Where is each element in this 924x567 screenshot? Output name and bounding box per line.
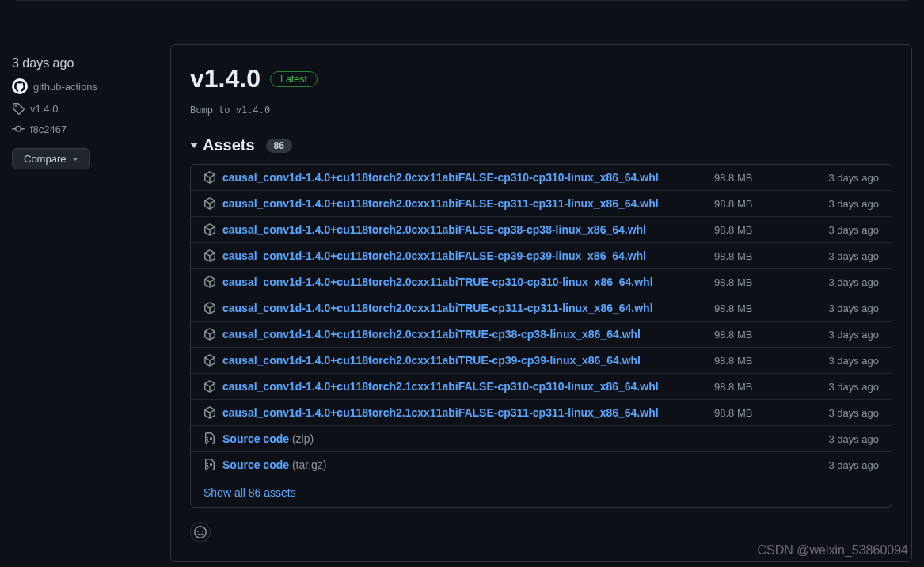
asset-date: 3 days ago <box>808 433 879 445</box>
asset-link[interactable]: causal_conv1d-1.4.0+cu118torch2.0cxx11ab… <box>222 354 708 367</box>
asset-row: causal_conv1d-1.4.0+cu118torch2.0cxx11ab… <box>191 191 892 217</box>
package-icon <box>203 171 216 184</box>
asset-link[interactable]: Source code (zip) <box>222 432 708 445</box>
asset-date: 3 days ago <box>808 329 879 341</box>
asset-row: causal_conv1d-1.4.0+cu118torch2.0cxx11ab… <box>191 348 892 374</box>
asset-size: 98.8 MB <box>714 381 801 393</box>
author-name: github-actions <box>33 81 97 93</box>
asset-row: causal_conv1d-1.4.0+cu118torch2.0cxx11ab… <box>191 243 892 269</box>
tag-icon <box>12 102 25 115</box>
asset-row: Source code (tar.gz)3 days ago <box>191 452 892 478</box>
asset-date: 3 days ago <box>808 303 879 314</box>
package-icon <box>203 406 216 419</box>
asset-row: causal_conv1d-1.4.0+cu118torch2.0cxx11ab… <box>191 295 892 322</box>
asset-date: 3 days ago <box>808 224 879 236</box>
asset-size: 98.8 MB <box>714 198 801 210</box>
tag-row[interactable]: v1.4.0 <box>12 102 162 115</box>
asset-date: 3 days ago <box>808 355 879 367</box>
latest-badge: Latest <box>270 71 318 87</box>
release-date: 3 days ago <box>12 56 162 70</box>
show-all-assets-link[interactable]: Show all 86 assets <box>191 478 892 507</box>
package-icon <box>203 223 216 236</box>
package-icon <box>203 380 216 393</box>
package-icon <box>203 354 216 367</box>
asset-link[interactable]: causal_conv1d-1.4.0+cu118torch2.0cxx11ab… <box>222 276 708 288</box>
compare-button[interactable]: Compare <box>12 148 90 169</box>
asset-link[interactable]: causal_conv1d-1.4.0+cu118torch2.0cxx11ab… <box>222 302 708 314</box>
asset-size: 98.8 MB <box>714 276 801 288</box>
asset-date: 3 days ago <box>808 250 879 262</box>
asset-row: causal_conv1d-1.4.0+cu118torch2.0cxx11ab… <box>191 217 892 243</box>
package-icon <box>203 328 216 341</box>
asset-link[interactable]: causal_conv1d-1.4.0+cu118torch2.0cxx11ab… <box>222 328 708 341</box>
file-zip-icon <box>203 459 216 471</box>
asset-link[interactable]: causal_conv1d-1.4.0+cu118torch2.0cxx11ab… <box>222 223 708 236</box>
release-title: v1.4.0 <box>190 64 260 93</box>
assets-heading: Assets <box>203 136 255 154</box>
asset-size: 98.8 MB <box>714 303 801 314</box>
asset-row: causal_conv1d-1.4.0+cu118torch2.0cxx11ab… <box>191 322 892 348</box>
release-description: Bump to v1.4.0 <box>190 105 892 116</box>
assets-list: causal_conv1d-1.4.0+cu118torch2.0cxx11ab… <box>190 164 892 508</box>
asset-size: 98.8 MB <box>714 407 801 419</box>
asset-link[interactable]: causal_conv1d-1.4.0+cu118torch2.1cxx11ab… <box>222 406 708 419</box>
github-icon <box>12 78 28 94</box>
asset-size: 98.8 MB <box>714 329 801 341</box>
caret-down-icon <box>72 156 78 162</box>
asset-link[interactable]: Source code (tar.gz) <box>222 459 708 471</box>
author-row[interactable]: github-actions <box>12 78 162 94</box>
asset-row: causal_conv1d-1.4.0+cu118torch2.1cxx11ab… <box>191 400 892 426</box>
asset-size: 98.8 MB <box>714 224 801 236</box>
add-reaction-button[interactable] <box>190 522 211 542</box>
asset-link[interactable]: causal_conv1d-1.4.0+cu118torch2.0cxx11ab… <box>222 171 708 184</box>
tag-name: v1.4.0 <box>30 103 58 115</box>
package-icon <box>203 249 216 262</box>
assets-count-badge: 86 <box>266 139 292 153</box>
asset-date: 3 days ago <box>808 381 879 393</box>
asset-size: 98.8 MB <box>714 172 801 184</box>
commit-sha: f8c2467 <box>30 124 67 135</box>
asset-link[interactable]: causal_conv1d-1.4.0+cu118torch2.0cxx11ab… <box>222 249 708 262</box>
triangle-down-icon <box>190 143 198 148</box>
assets-toggle[interactable]: Assets <box>190 136 255 154</box>
package-icon <box>203 197 216 210</box>
asset-row: causal_conv1d-1.4.0+cu118torch2.1cxx11ab… <box>191 374 892 400</box>
asset-link[interactable]: causal_conv1d-1.4.0+cu118torch2.0cxx11ab… <box>222 197 708 210</box>
file-zip-icon <box>203 432 216 445</box>
package-icon <box>203 276 216 288</box>
asset-row: causal_conv1d-1.4.0+cu118torch2.0cxx11ab… <box>191 269 892 295</box>
asset-row: Source code (zip)3 days ago <box>191 426 892 452</box>
asset-row: causal_conv1d-1.4.0+cu118torch2.0cxx11ab… <box>191 165 892 191</box>
asset-size: 98.8 MB <box>714 250 801 262</box>
asset-date: 3 days ago <box>808 459 879 471</box>
smiley-icon <box>194 526 207 538</box>
commit-row[interactable]: f8c2467 <box>12 123 162 135</box>
asset-link[interactable]: causal_conv1d-1.4.0+cu118torch2.1cxx11ab… <box>222 380 708 393</box>
asset-date: 3 days ago <box>808 276 879 288</box>
asset-date: 3 days ago <box>808 407 879 419</box>
asset-size: 98.8 MB <box>714 355 801 367</box>
package-icon <box>203 302 216 314</box>
watermark: CSDN @weixin_53860094 <box>757 543 908 557</box>
asset-date: 3 days ago <box>808 198 879 210</box>
commit-icon <box>12 123 25 135</box>
asset-date: 3 days ago <box>808 172 879 184</box>
